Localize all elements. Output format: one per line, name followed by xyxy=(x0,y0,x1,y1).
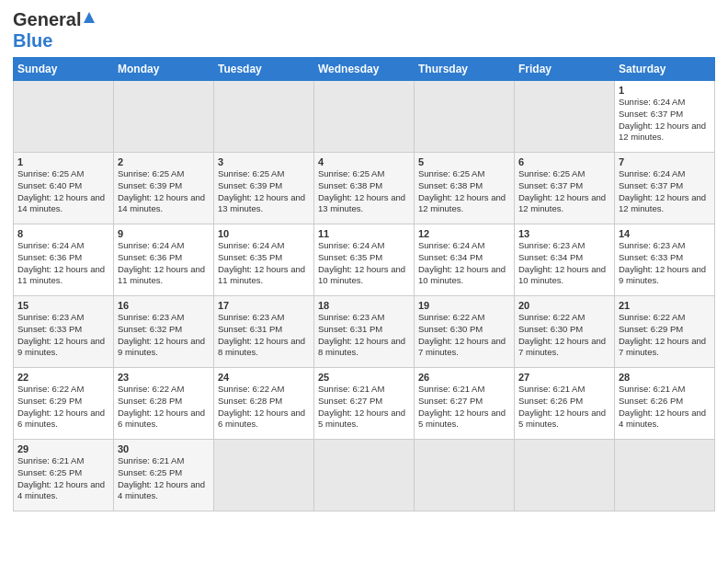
day-number: 1 xyxy=(619,85,711,96)
day-info: Sunrise: 6:25 AMSunset: 6:40 PMDaylight:… xyxy=(17,168,105,213)
calendar-cell: 18Sunrise: 6:23 AMSunset: 6:31 PMDayligh… xyxy=(314,296,415,368)
day-info: Sunrise: 6:25 AMSunset: 6:39 PMDaylight:… xyxy=(218,168,305,213)
day-info: Sunrise: 6:25 AMSunset: 6:38 PMDaylight:… xyxy=(418,168,506,213)
calendar-week-row: 1Sunrise: 6:25 AMSunset: 6:40 PMDaylight… xyxy=(14,153,715,224)
calendar-cell: 15Sunrise: 6:23 AMSunset: 6:33 PMDayligh… xyxy=(14,296,114,368)
calendar-cell xyxy=(314,81,415,153)
day-number: 6 xyxy=(518,156,610,167)
calendar-cell: 24Sunrise: 6:22 AMSunset: 6:28 PMDayligh… xyxy=(214,368,314,440)
day-number: 29 xyxy=(17,443,109,454)
day-number: 24 xyxy=(218,372,310,383)
day-number: 14 xyxy=(619,228,711,239)
day-number: 21 xyxy=(619,300,711,311)
day-info: Sunrise: 6:21 AMSunset: 6:25 PMDaylight:… xyxy=(17,455,105,500)
calendar-cell: 2Sunrise: 6:25 AMSunset: 6:39 PMDaylight… xyxy=(114,153,214,224)
day-info: Sunrise: 6:22 AMSunset: 6:28 PMDaylight:… xyxy=(218,384,305,429)
calendar-header-row: SundayMondayTuesdayWednesdayThursdayFrid… xyxy=(14,58,715,81)
calendar-cell: 23Sunrise: 6:22 AMSunset: 6:28 PMDayligh… xyxy=(114,368,214,440)
calendar-header-cell: Thursday xyxy=(415,58,515,81)
day-info: Sunrise: 6:23 AMSunset: 6:32 PMDaylight:… xyxy=(118,312,205,357)
calendar-header-cell: Monday xyxy=(114,58,214,81)
day-number: 13 xyxy=(518,228,610,239)
day-number: 28 xyxy=(619,372,711,383)
day-number: 16 xyxy=(118,300,210,311)
calendar-cell: 20Sunrise: 6:22 AMSunset: 6:30 PMDayligh… xyxy=(515,296,615,368)
calendar-cell: 5Sunrise: 6:25 AMSunset: 6:38 PMDaylight… xyxy=(415,153,515,224)
day-info: Sunrise: 6:21 AMSunset: 6:26 PMDaylight:… xyxy=(518,384,606,429)
calendar-cell xyxy=(615,440,715,511)
day-number: 25 xyxy=(318,372,410,383)
day-number: 8 xyxy=(17,228,109,239)
day-info: Sunrise: 6:24 AMSunset: 6:37 PMDaylight:… xyxy=(619,168,706,213)
header: General Blue xyxy=(13,9,715,52)
calendar-table: SundayMondayTuesdayWednesdayThursdayFrid… xyxy=(13,57,715,511)
calendar-header-cell: Sunday xyxy=(14,58,114,81)
calendar-cell: 6Sunrise: 6:25 AMSunset: 6:37 PMDaylight… xyxy=(515,153,615,224)
calendar-cell: 19Sunrise: 6:22 AMSunset: 6:30 PMDayligh… xyxy=(415,296,515,368)
calendar-header-cell: Saturday xyxy=(615,58,715,81)
calendar-cell xyxy=(515,81,615,153)
calendar-week-row: 8Sunrise: 6:24 AMSunset: 6:36 PMDaylight… xyxy=(14,224,715,296)
calendar-cell xyxy=(114,81,214,153)
calendar-cell: 1Sunrise: 6:25 AMSunset: 6:40 PMDaylight… xyxy=(14,153,114,224)
calendar-cell: 14Sunrise: 6:23 AMSunset: 6:33 PMDayligh… xyxy=(615,224,715,296)
calendar-week-row: 1Sunrise: 6:24 AMSunset: 6:37 PMDaylight… xyxy=(14,81,715,153)
day-number: 15 xyxy=(17,300,109,311)
calendar-cell: 4Sunrise: 6:25 AMSunset: 6:38 PMDaylight… xyxy=(314,153,415,224)
day-number: 26 xyxy=(418,372,510,383)
day-info: Sunrise: 6:21 AMSunset: 6:27 PMDaylight:… xyxy=(318,384,405,429)
day-info: Sunrise: 6:21 AMSunset: 6:25 PMDaylight:… xyxy=(118,455,205,500)
day-info: Sunrise: 6:23 AMSunset: 6:34 PMDaylight:… xyxy=(518,240,606,285)
logo-blue-text: Blue xyxy=(13,30,52,52)
calendar-cell: 8Sunrise: 6:24 AMSunset: 6:36 PMDaylight… xyxy=(14,224,114,296)
calendar-header-cell: Wednesday xyxy=(314,58,415,81)
day-info: Sunrise: 6:25 AMSunset: 6:37 PMDaylight:… xyxy=(518,168,606,213)
calendar-cell: 3Sunrise: 6:25 AMSunset: 6:39 PMDaylight… xyxy=(214,153,314,224)
calendar-cell: 12Sunrise: 6:24 AMSunset: 6:34 PMDayligh… xyxy=(415,224,515,296)
day-number: 12 xyxy=(418,228,510,239)
calendar-week-row: 29Sunrise: 6:21 AMSunset: 6:25 PMDayligh… xyxy=(14,440,715,511)
calendar-cell: 21Sunrise: 6:22 AMSunset: 6:29 PMDayligh… xyxy=(615,296,715,368)
day-number: 11 xyxy=(318,228,410,239)
calendar-cell: 13Sunrise: 6:23 AMSunset: 6:34 PMDayligh… xyxy=(515,224,615,296)
day-info: Sunrise: 6:22 AMSunset: 6:28 PMDaylight:… xyxy=(118,384,205,429)
calendar-cell: 1Sunrise: 6:24 AMSunset: 6:37 PMDaylight… xyxy=(615,81,715,153)
calendar-cell: 26Sunrise: 6:21 AMSunset: 6:27 PMDayligh… xyxy=(415,368,515,440)
calendar-cell: 29Sunrise: 6:21 AMSunset: 6:25 PMDayligh… xyxy=(14,440,114,511)
calendar-cell: 27Sunrise: 6:21 AMSunset: 6:26 PMDayligh… xyxy=(515,368,615,440)
day-info: Sunrise: 6:24 AMSunset: 6:36 PMDaylight:… xyxy=(118,240,205,285)
day-number: 18 xyxy=(318,300,410,311)
day-info: Sunrise: 6:21 AMSunset: 6:26 PMDaylight:… xyxy=(619,384,706,429)
day-number: 27 xyxy=(518,372,610,383)
calendar-cell xyxy=(314,440,415,511)
calendar-header-cell: Friday xyxy=(515,58,615,81)
calendar-body: 1Sunrise: 6:24 AMSunset: 6:37 PMDaylight… xyxy=(14,81,715,511)
day-info: Sunrise: 6:24 AMSunset: 6:37 PMDaylight:… xyxy=(619,97,706,142)
day-number: 30 xyxy=(118,443,210,454)
day-number: 19 xyxy=(418,300,510,311)
day-number: 1 xyxy=(17,156,109,167)
calendar-cell: 9Sunrise: 6:24 AMSunset: 6:36 PMDaylight… xyxy=(114,224,214,296)
calendar-cell: 28Sunrise: 6:21 AMSunset: 6:26 PMDayligh… xyxy=(615,368,715,440)
day-info: Sunrise: 6:24 AMSunset: 6:35 PMDaylight:… xyxy=(318,240,405,285)
day-number: 10 xyxy=(218,228,310,239)
calendar-cell: 25Sunrise: 6:21 AMSunset: 6:27 PMDayligh… xyxy=(314,368,415,440)
calendar-cell: 22Sunrise: 6:22 AMSunset: 6:29 PMDayligh… xyxy=(14,368,114,440)
calendar-week-row: 15Sunrise: 6:23 AMSunset: 6:33 PMDayligh… xyxy=(14,296,715,368)
day-number: 7 xyxy=(619,156,711,167)
calendar-header-cell: Tuesday xyxy=(214,58,314,81)
svg-marker-0 xyxy=(84,12,95,23)
calendar-cell: 17Sunrise: 6:23 AMSunset: 6:31 PMDayligh… xyxy=(214,296,314,368)
day-info: Sunrise: 6:21 AMSunset: 6:27 PMDaylight:… xyxy=(418,384,506,429)
day-info: Sunrise: 6:23 AMSunset: 6:31 PMDaylight:… xyxy=(318,312,405,357)
day-info: Sunrise: 6:24 AMSunset: 6:34 PMDaylight:… xyxy=(418,240,506,285)
day-number: 20 xyxy=(518,300,610,311)
day-number: 2 xyxy=(118,156,210,167)
day-info: Sunrise: 6:22 AMSunset: 6:29 PMDaylight:… xyxy=(17,384,105,429)
day-number: 5 xyxy=(418,156,510,167)
day-info: Sunrise: 6:24 AMSunset: 6:36 PMDaylight:… xyxy=(17,240,105,285)
day-number: 23 xyxy=(118,372,210,383)
calendar-cell xyxy=(14,81,114,153)
calendar-cell xyxy=(415,440,515,511)
day-number: 17 xyxy=(218,300,310,311)
